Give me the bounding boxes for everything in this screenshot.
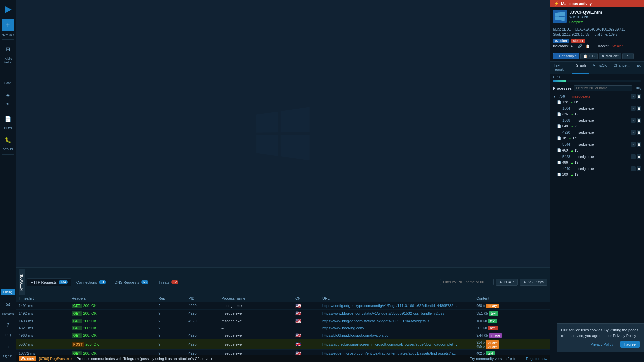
sidebar-bottom: Pricing ✉ Contacts ? FAQ → Sign In: [1, 288, 15, 359]
tab-http-requests[interactable]: HTTP Requests 134: [27, 278, 71, 286]
agree-button[interactable]: I agree: [620, 341, 640, 348]
cell-cn: 🇺🇸: [292, 331, 320, 339]
cell-url[interactable]: https://www.booking.com/: [320, 325, 461, 331]
tab-attck[interactable]: ATT&CK: [589, 62, 610, 74]
stat-files-value: 648: [562, 124, 568, 128]
process-icon-network[interactable]: ↔: [631, 142, 636, 147]
process-main-row[interactable]: 4940 msedge.exe ↔ 📋: [550, 165, 644, 172]
process-icon-network[interactable]: ↔: [631, 106, 636, 111]
side-tab-network[interactable]: NETWORK: [19, 269, 25, 295]
process-item[interactable]: 4920 msedge.exe ↔ 📋 📄 1k ▲ 171: [550, 129, 644, 141]
cell-url[interactable]: https://www.blogger.com/static/v1/widget…: [320, 317, 461, 325]
table-row[interactable]: 4963 ms GET 200: OK ? 4920 msedge.exe 🇺🇸…: [16, 331, 550, 339]
tab-graph[interactable]: Graph: [572, 62, 589, 74]
triangle-up-icon: ▲: [571, 125, 574, 128]
process-main-row[interactable]: 5428 msedge.exe ↔ 📋: [550, 153, 644, 160]
triangle-up-icon: ▲: [570, 101, 573, 104]
cell-pid: 4920: [185, 331, 219, 339]
th-content: Content: [474, 295, 550, 302]
sidebar-item-faq[interactable]: ? FAQ: [1, 317, 15, 338]
table-row[interactable]: 4321 ms GET 200: OK ? – https://www.book…: [16, 325, 550, 331]
cell-url[interactable]: https://config.edge.skype.com/config/v1/…: [320, 302, 461, 310]
process-main-row[interactable]: 5344 msedge.exe ↔ 📋: [550, 141, 644, 148]
tab-text-report[interactable]: Text report: [550, 62, 572, 74]
get-sample-button[interactable]: ↓ Get sample: [553, 53, 579, 59]
process-item[interactable]: 1004 msedge.exe ↔ 📋 📄 226 ▲ 12: [550, 105, 644, 117]
mailconf-button[interactable]: ✕ MalConf: [599, 53, 621, 59]
ioc-button[interactable]: 📋 IOC: [580, 53, 598, 59]
sidebar-item-public-tasks[interactable]: ⊞ Public tasks: [0, 41, 16, 66]
ssl-keys-button[interactable]: ⬇ SSL Keys: [520, 279, 547, 286]
process-icon-network[interactable]: ↔: [631, 118, 636, 123]
sidebar-item-ti[interactable]: ◈ TI: [0, 86, 16, 108]
cookie-notice: Our service uses cookies. By visiting th…: [557, 323, 644, 352]
process-item[interactable]: ▼ 756 msedge.exe ↔ 📋 📄 12k ▲ 6k: [550, 93, 644, 105]
only-button[interactable]: Only: [634, 86, 641, 90]
tab-threats[interactable]: Threats 12: [153, 278, 182, 286]
sidebar-item-sign-in[interactable]: → Sign In: [1, 338, 15, 359]
sign-in-label: Sign In: [3, 354, 12, 358]
sidebar-item-debug[interactable]: 🐛 DEBUG: [0, 132, 16, 153]
sidebar-item-pricing[interactable]: Pricing: [1, 288, 15, 296]
table-row[interactable]: 1493 ms GET 200: OK ? 4920 msedge.exe 🇺🇸…: [16, 317, 550, 325]
process-main-row[interactable]: 1068 msedge.exe ↔ 📋: [550, 117, 644, 124]
stat-net: ▲ 19: [571, 148, 578, 152]
process-icon-network[interactable]: ↔: [631, 94, 636, 99]
process-icon-file[interactable]: 📋: [637, 94, 641, 99]
process-item[interactable]: 5344 msedge.exe ↔ 📋 📄 469 ▲ 19: [550, 141, 644, 153]
ti-label: TI: [7, 103, 9, 106]
tab-http-badge: 134: [59, 280, 68, 284]
new-task-icon[interactable]: +: [2, 19, 14, 31]
pricing-box[interactable]: Pricing: [1, 289, 15, 295]
cell-empty: [461, 331, 474, 339]
right-panel: ⚡ Malicious activity JJVCFQWL.htm Win10 …: [550, 0, 644, 362]
action-buttons: ↓ Get sample 📋 IOC ✕ MalConf R...: [550, 51, 644, 62]
th-empty: [461, 295, 474, 302]
process-icon-file[interactable]: 📋: [637, 130, 641, 135]
tab-dns-requests[interactable]: DNS Requests 68: [111, 278, 152, 286]
cell-rep: ?: [156, 339, 185, 350]
tab-connections[interactable]: Connections 81: [73, 278, 110, 286]
http-table[interactable]: Timeshift Headers Rep PID Process name C…: [16, 295, 550, 362]
table-row[interactable]: 1492 ms GET 200: OK ? 4920 msedge.exe 🇺🇸…: [16, 310, 550, 317]
pcap-button[interactable]: ⬇ PCAP: [496, 279, 518, 286]
sidebar-item-files[interactable]: 📄 FILES: [0, 111, 16, 132]
process-stats: 📄 226 ▲ 12: [550, 112, 644, 117]
process-action-icons: ↔ 📋: [631, 142, 641, 147]
privacy-policy-link[interactable]: Privacy Policy: [586, 341, 617, 348]
process-icon-network[interactable]: ↔: [631, 154, 636, 159]
tab-change[interactable]: Change...: [610, 62, 633, 74]
sidebar-item-soon[interactable]: … Soon: [0, 65, 16, 86]
http-filter-input[interactable]: [440, 279, 494, 285]
cell-url[interactable]: https://www.blogger.com/static/v1/widget…: [320, 310, 461, 317]
process-icon-network[interactable]: ↔: [631, 130, 636, 135]
process-icon-file[interactable]: 📋: [637, 154, 641, 159]
tab-ex[interactable]: Ex: [633, 62, 644, 74]
sidebar-item-new-task[interactable]: + New task: [0, 17, 16, 38]
process-icon-file[interactable]: 📋: [637, 118, 641, 123]
rerun-button[interactable]: R...: [622, 53, 634, 59]
process-expand-icon[interactable]: ▼: [553, 95, 556, 98]
process-item[interactable]: 5428 msedge.exe ↔ 📋 📄 486 ▲ 19: [550, 153, 644, 165]
process-list[interactable]: ▼ 756 msedge.exe ↔ 📋 📄 12k ▲ 6k 1004 mse…: [550, 93, 644, 362]
process-item[interactable]: 1068 msedge.exe ↔ 📋 📄 648 ▲ 25: [550, 117, 644, 129]
sidebar-item-contacts[interactable]: ✉ Contacts: [1, 296, 15, 317]
cell-rep: ?: [156, 302, 185, 310]
table-row[interactable]: 1491 ms GET 200: OK ? 4920 msedge.exe 🇺🇸…: [16, 302, 550, 310]
cell-url[interactable]: https://blo0king.blogspot.com/favicon.ic…: [320, 331, 461, 339]
process-icon-file[interactable]: 📋: [637, 106, 641, 111]
process-icon-file[interactable]: 📋: [637, 166, 641, 171]
cell-url[interactable]: https://app-edge.smartscreen.microsoft.c…: [320, 339, 461, 350]
tracker-value: Stealer: [612, 44, 623, 48]
process-item[interactable]: 4940 msedge.exe ↔ 📋 📄 300 ▲ 19: [550, 165, 644, 177]
tab-http-label: HTTP Requests: [31, 280, 57, 284]
process-icon-network[interactable]: ↔: [631, 166, 636, 171]
process-filter-input[interactable]: [574, 85, 632, 91]
process-main-row[interactable]: 1004 msedge.exe ↔ 📋: [550, 105, 644, 112]
sign-in-icon: →: [2, 341, 14, 353]
process-icon-file[interactable]: 📋: [637, 142, 641, 147]
register-text[interactable]: Register now: [526, 357, 547, 361]
table-row[interactable]: 5507 ms POST 200: OK ? 4920 msedge.exe 🇬…: [16, 339, 550, 350]
process-main-row[interactable]: 4920 msedge.exe ↔ 📋: [550, 129, 644, 136]
process-main-row[interactable]: ▼ 756 msedge.exe ↔ 📋: [550, 93, 644, 100]
